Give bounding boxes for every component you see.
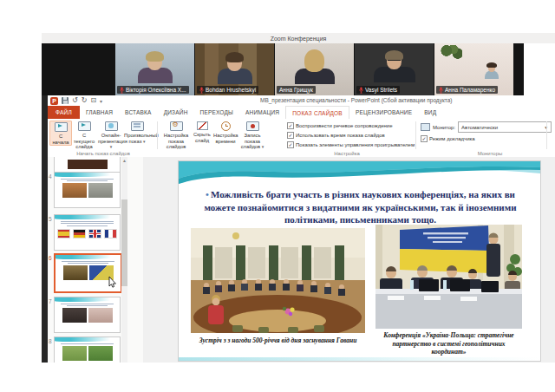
participant-name: Анна Паламаренко (445, 86, 495, 94)
checkbox-play-narrations[interactable]: Воспроизвести речевое сопровождение (287, 122, 393, 129)
setup-slideshow-icon (170, 121, 183, 131)
zoom-video-strip: Вікторія Олексіївна Х... Bohdan Hrushets… (42, 43, 524, 95)
muted-mic-icon (120, 87, 124, 94)
rehearse-timings-button[interactable]: Настройка времени (213, 121, 238, 144)
checkbox-show-media-controls[interactable]: Показать элементы управления проигрывате… (287, 141, 415, 148)
slideshow-play-icon (55, 122, 68, 132)
slide-canvas: •Можливість брати участь в різних науков… (143, 157, 555, 363)
tab-home[interactable]: ГЛАВНАЯ (80, 106, 119, 119)
video-tile[interactable]: Bohdan Hrushetskyi (195, 43, 274, 95)
ribbon: С начала С текущего слайда Онлайн-презен… (48, 119, 555, 158)
present-online-label: Онлайн-презентация (98, 133, 127, 144)
video-tile[interactable]: Вікторія Олексіївна Х... (115, 43, 194, 95)
powerpoint-logo-icon[interactable]: P (50, 97, 58, 105)
uk-flag-icon (88, 229, 101, 238)
participant-nameplate: Анна Грищук (277, 86, 316, 94)
slide-wave-decoration (179, 161, 540, 187)
checkbox-checked-icon (287, 122, 294, 129)
photo-ukraine-poland-conference[interactable] (375, 225, 522, 329)
monitor-icon (421, 123, 430, 131)
tab-slideshow-active[interactable]: ПОКАЗ СЛАЙДОВ (285, 106, 349, 120)
slide-thumbnail-3-partial[interactable] (54, 157, 121, 173)
participant-nameplate: Анна Паламаренко (436, 86, 498, 94)
tab-review[interactable]: РЕЦЕНЗИРОВАНИЕ (349, 106, 418, 119)
record-slideshow-button[interactable]: Запись показа слайдов (238, 121, 266, 150)
tab-view[interactable]: ВИД (418, 106, 442, 119)
monitor-row: Монитор: Автоматически ▼ (421, 121, 552, 133)
muted-mic-icon (359, 87, 363, 94)
setup-slideshow-button[interactable]: Настройка показа слайдов (161, 121, 191, 150)
zoom-titlebar[interactable]: Zoom Конференция (42, 33, 555, 43)
tab-file[interactable]: ФАЙЛ (48, 106, 80, 119)
customize-toolbar-icon[interactable]: ▾ (100, 98, 102, 104)
video-tile[interactable]: Анна Паламаренко (434, 43, 513, 95)
slide-thumbnail-panel: 4 5 6 (48, 157, 143, 363)
monitor-label: Монитор: (433, 125, 455, 130)
hide-slide-icon (197, 121, 208, 130)
slide-bottom-decoration (179, 357, 540, 361)
photo-havana-meeting[interactable] (191, 228, 365, 333)
checkbox-presenter-view[interactable]: Режим докладчика (421, 135, 475, 142)
scroll-up-arrow[interactable]: ▲ (121, 157, 127, 165)
tab-transitions[interactable]: ПЕРЕХОДЫ (194, 106, 239, 119)
scrollbar-thumb[interactable] (121, 199, 127, 286)
checkbox-label: Воспроизвести речевое сопровождение (296, 123, 393, 128)
checkbox-label: Режим докладчика (429, 136, 475, 141)
record-slideshow-label: Запись показа слайдов (241, 133, 261, 149)
france-flag-icon (104, 229, 117, 238)
video-tile-active-speaker[interactable]: Анна Грищук (275, 43, 354, 95)
start-slideshow-icon[interactable]: ⊡ (90, 96, 96, 105)
panel-scrollbar[interactable] (121, 165, 127, 363)
slideshow-play-icon (78, 121, 91, 131)
rehearse-timings-label: Настройка времени (213, 133, 238, 144)
caption-right[interactable]: Конференція «Україна-Польща: стратегічне… (375, 331, 522, 356)
group-label-start-slideshow: Начать показ слайдов (56, 151, 150, 156)
video-tile[interactable]: Vasyl Strilets (355, 43, 434, 95)
participant-name: Анна Грищук (279, 86, 313, 94)
slide-number: 8 (49, 338, 53, 344)
current-slide[interactable]: •Можливість брати участь в різних науков… (178, 160, 541, 362)
from-current-slide-button[interactable]: С текущего слайда (71, 121, 97, 150)
slide-thumbnail-7[interactable] (54, 297, 121, 333)
ribbon-divider (157, 121, 158, 149)
participant-name: Вікторія Олексіївна Х... (126, 86, 186, 94)
group-label-setup: Настройка (299, 151, 395, 156)
group-label-monitors: Мониторы (447, 151, 533, 156)
slide-bullet-text[interactable]: •Можливість брати участь в різних науков… (189, 188, 532, 226)
slide-number: 5 (49, 216, 53, 222)
ribbon-divider (415, 121, 416, 149)
window-title: МВ_презентация специальности - PowerPoin… (260, 97, 453, 103)
zoom-window-edge (42, 95, 48, 363)
participant-nameplate: Bohdan Hrushetskyi (197, 86, 258, 94)
quick-access-toolbar: P ↺ ↻ ⊡ ▾ МВ_презентация специальности -… (48, 95, 555, 106)
undo-icon[interactable]: ↺ (72, 96, 78, 105)
checkbox-checked-icon (421, 135, 428, 142)
hide-slide-label: Скрыть слайд (193, 132, 211, 143)
from-current-label: С текущего слайда (74, 133, 95, 149)
custom-slideshow-label: Произвольный показ (124, 133, 159, 144)
powerpoint-window: P ↺ ↻ ⊡ ▾ МВ_презентация специальности -… (48, 95, 555, 363)
ribbon-tab-bar: ФАЙЛ ГЛАВНАЯ ВСТАВКА ДИЗАЙН ПЕРЕХОДЫ АНИ… (48, 106, 555, 120)
tab-animations[interactable]: АНИМАЦИЯ (239, 106, 285, 119)
clock-icon (221, 121, 231, 131)
caption-left[interactable]: Зустріч з з нагоди 500-річчя від дня зас… (191, 336, 365, 345)
hide-slide-button[interactable]: Скрыть слайд (192, 121, 212, 143)
checkbox-use-timings[interactable]: Использовать время показа слайдов (287, 132, 385, 139)
slide-thumbnail-4[interactable] (54, 172, 121, 208)
custom-slideshow-button[interactable]: Произвольный показ (124, 121, 150, 144)
redo-icon[interactable]: ↻ (82, 96, 88, 105)
tab-design[interactable]: ДИЗАЙН (158, 106, 194, 119)
tab-insert[interactable]: ВСТАВКА (119, 106, 158, 119)
germany-flag-icon (73, 229, 86, 238)
custom-show-icon (131, 121, 144, 131)
present-online-button[interactable]: Онлайн-презентация (98, 121, 124, 150)
participant-nameplate: Вікторія Олексіївна Х... (117, 86, 189, 94)
from-beginning-button[interactable]: С начала (49, 121, 72, 146)
online-presentation-icon (105, 121, 118, 131)
from-beginning-label: С начала (52, 134, 69, 145)
slide-thumbnail-8[interactable] (54, 336, 121, 363)
ribbon-divider (546, 121, 547, 149)
save-icon[interactable] (62, 97, 69, 104)
monitor-dropdown[interactable]: Автоматически ▼ (458, 121, 552, 133)
slide-thumbnail-5[interactable] (54, 214, 121, 251)
